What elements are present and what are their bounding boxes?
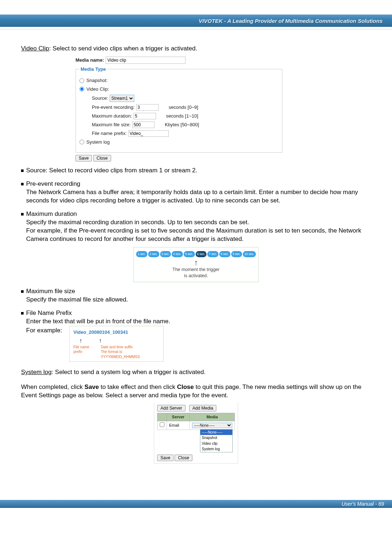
snapshot-radio[interactable] bbox=[79, 78, 84, 83]
media-type-legend: Media Type bbox=[79, 66, 107, 73]
pill: 3 sec. bbox=[160, 251, 171, 257]
server-media-table: Server Media Email -----None----- bbox=[157, 413, 235, 430]
pill: 5 sec. bbox=[184, 251, 195, 257]
mini-close-button[interactable]: Close bbox=[175, 455, 192, 461]
max-duration-suffix: seconds [1~10] bbox=[166, 113, 199, 119]
row-checkbox[interactable] bbox=[160, 422, 164, 427]
max-duration-line1: Specify the maximal recording duration i… bbox=[26, 218, 371, 227]
save-word: Save bbox=[85, 383, 99, 390]
max-duration-heading: Maximum duration bbox=[26, 210, 371, 218]
dropdown-option[interactable]: -----None----- bbox=[200, 430, 232, 435]
bullet-icon bbox=[21, 213, 24, 216]
pill: 10 sec. bbox=[243, 251, 256, 257]
system-log-desc: : Select to send a system log when a tri… bbox=[52, 369, 205, 376]
pre-event-input[interactable] bbox=[136, 104, 159, 111]
media-name-input[interactable] bbox=[106, 57, 185, 64]
max-size-heading: Maximum file size bbox=[26, 287, 371, 296]
snapshot-label: Snapshot: bbox=[86, 77, 108, 84]
bullet-source-text: Source: Select to record video clips fro… bbox=[26, 167, 371, 175]
bullet-icon bbox=[21, 312, 24, 315]
event-settings-preview: Add Server Add Media Server Media Email … bbox=[154, 403, 238, 464]
media-name-label: Media name: bbox=[75, 57, 104, 63]
timeline-caption1: The moment the trigger bbox=[136, 267, 256, 273]
prefix-example-box: Video_20080104_100341 ↑ ↑ File name pref… bbox=[69, 326, 164, 362]
brand-text: VIVOTEK - A Leading Provider of Multimed… bbox=[199, 18, 383, 24]
close-button[interactable]: Close bbox=[93, 155, 111, 161]
page-content: Video Clip: Select to send video clips w… bbox=[0, 45, 392, 482]
pill: 9 sec. bbox=[231, 251, 242, 257]
dropdown-option[interactable]: System log bbox=[200, 446, 232, 452]
example-filename: Video_20080104_100341 bbox=[73, 329, 160, 336]
max-duration-input[interactable] bbox=[134, 113, 156, 119]
bullet-file-prefix: File Name Prefix Enter the text that wil… bbox=[21, 309, 371, 362]
arrow-up-icon: ↑ bbox=[136, 259, 256, 267]
system-log-label-option: System log bbox=[86, 139, 110, 145]
max-size-suffix: Kbytes [50~800] bbox=[165, 122, 199, 128]
arrow-up-icon: ↑ bbox=[79, 337, 82, 345]
bullet-icon bbox=[21, 290, 24, 293]
divider bbox=[0, 29, 392, 29]
video-clip-label-option: Video Clip: bbox=[86, 86, 109, 93]
video-clip-radio[interactable] bbox=[79, 87, 84, 91]
dropdown-option[interactable]: Video clip bbox=[200, 441, 232, 447]
page-header: VIVOTEK - A Leading Provider of Multimed… bbox=[0, 15, 392, 27]
mini-save-button[interactable]: Save bbox=[157, 455, 173, 461]
pill: 8 sec. bbox=[219, 251, 230, 257]
pill: 1 sec. bbox=[136, 251, 147, 257]
add-server-button[interactable]: Add Server bbox=[157, 405, 185, 411]
file-prefix-body: Enter the text that will be put in front… bbox=[26, 317, 371, 326]
pre-event-suffix: seconds [0~9] bbox=[169, 104, 198, 111]
row-server: Email bbox=[167, 421, 190, 430]
pre-event-label: Pre-event recording: bbox=[92, 104, 135, 111]
media-select[interactable]: -----None----- bbox=[192, 423, 232, 428]
max-size-body: Specify the maximal file size allowed. bbox=[26, 296, 371, 304]
prefix-label: File name prefix bbox=[73, 345, 98, 360]
pill: 7 sec. bbox=[207, 251, 219, 257]
suffix-label-2: The format is: YYYYMMDD_HHMMSS bbox=[101, 350, 140, 359]
max-size-input[interactable] bbox=[132, 122, 155, 128]
bullet-pre-event: Pre-event recording The Network Camera h… bbox=[21, 180, 371, 205]
system-log-paragraph: System log: Select to send a system log … bbox=[21, 368, 371, 377]
media-type-panel: Media name: Media Type Snapshot: Video C… bbox=[75, 57, 282, 161]
th-server: Server bbox=[167, 413, 190, 421]
file-prefix-label: File name prefix: bbox=[92, 130, 127, 137]
closing-paragraph: When completed, click Save to take effec… bbox=[21, 383, 371, 400]
media-dropdown-open[interactable]: -----None----- Snapshot Video clip Syste… bbox=[200, 429, 233, 452]
video-clip-desc: : Select to send video clips when a trig… bbox=[49, 45, 197, 52]
footer-text: User's Manual - 69 bbox=[342, 501, 384, 507]
table-row: Email -----None----- bbox=[158, 421, 235, 430]
pill-active: 6 sec. bbox=[196, 251, 207, 257]
max-size-label: Maximum file size: bbox=[92, 122, 131, 128]
pill: 4 sec. bbox=[172, 251, 183, 257]
add-media-button[interactable]: Add Media bbox=[189, 405, 216, 411]
source-select[interactable]: Stream1 bbox=[110, 95, 134, 102]
close-word: Close bbox=[177, 383, 194, 390]
system-log-radio[interactable] bbox=[79, 140, 84, 144]
for-example-label: For example: bbox=[26, 327, 62, 335]
timeline-diagram: 1 sec. 2 sec. 3 sec. 4 sec. 5 sec. 6 sec… bbox=[133, 247, 259, 282]
media-type-fieldset: Media Type Snapshot: Video Clip: Source:… bbox=[75, 66, 282, 153]
pre-event-body: The Network Camera has a buffer area; it… bbox=[26, 188, 371, 205]
arrow-up-icon: ↑ bbox=[99, 337, 102, 345]
system-log-label: System log bbox=[21, 369, 52, 376]
video-clip-label: Video Clip bbox=[21, 45, 49, 52]
bullet-max-duration: Maximum duration Specify the maximal rec… bbox=[21, 210, 371, 243]
file-prefix-input[interactable] bbox=[128, 130, 169, 137]
save-button[interactable]: Save bbox=[75, 155, 92, 161]
max-duration-label: Maximum duration: bbox=[92, 113, 132, 119]
bullet-source: Source: Select to record video clips fro… bbox=[21, 167, 371, 175]
timeline-caption2: is activated. bbox=[136, 273, 256, 279]
bullet-icon bbox=[21, 183, 24, 185]
max-duration-line2: For example, if the Pre-event recording … bbox=[26, 227, 371, 243]
pre-event-heading: Pre-event recording bbox=[26, 180, 371, 188]
source-label: Source: bbox=[92, 95, 108, 102]
file-prefix-heading: File Name Prefix bbox=[26, 309, 371, 317]
video-clip-intro: Video Clip: Select to send video clips w… bbox=[21, 45, 371, 53]
bullet-max-size: Maximum file size Specify the maximal fi… bbox=[21, 287, 371, 304]
timeline-pills: 1 sec. 2 sec. 3 sec. 4 sec. 5 sec. 6 sec… bbox=[136, 251, 256, 257]
bullet-icon bbox=[21, 169, 24, 172]
dropdown-option[interactable]: Snapshot bbox=[200, 435, 232, 441]
video-clip-options: Source: Stream1 Pre-event recording: sec… bbox=[92, 95, 278, 137]
suffix-label-1: Date and time suffix bbox=[101, 345, 133, 349]
th-media: Media bbox=[190, 413, 235, 421]
